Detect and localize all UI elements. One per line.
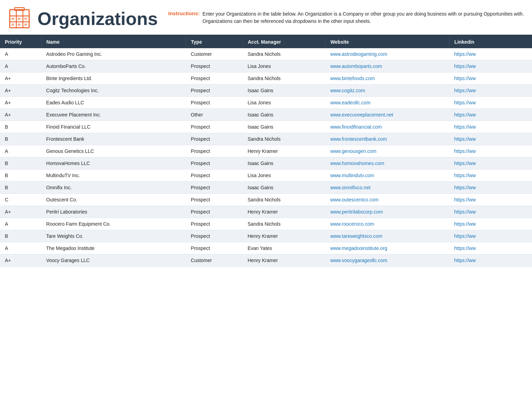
cell-linkedin[interactable]: https://ww: [449, 60, 532, 72]
cell-linkedin[interactable]: https://ww: [449, 121, 532, 133]
linkedin-link[interactable]: https://ww: [454, 258, 476, 263]
cell-linkedin[interactable]: https://ww: [449, 182, 532, 194]
cell-website[interactable]: www.frontescentbank.com: [326, 133, 449, 145]
cell-linkedin[interactable]: https://ww: [449, 218, 532, 230]
cell-type: Prospect: [186, 194, 243, 206]
cell-priority: A: [0, 242, 41, 254]
linkedin-link[interactable]: https://ww: [454, 233, 476, 239]
instructions-area: Instructions: Enter your Organizations i…: [168, 6, 525, 25]
cell-priority: A+: [0, 206, 41, 218]
website-link[interactable]: www.bintefoods.com: [330, 76, 375, 81]
cell-name: MultinduTV Inc.: [41, 170, 186, 182]
cell-linkedin[interactable]: https://ww: [449, 72, 532, 85]
linkedin-link[interactable]: https://ww: [454, 173, 476, 178]
cell-type: Prospect: [186, 97, 243, 109]
cell-linkedin[interactable]: https://ww: [449, 194, 532, 206]
website-link[interactable]: www.finoidfinancial.com: [330, 124, 382, 130]
cell-name: AutomboParts Co.: [41, 60, 186, 72]
cell-acct-manager: Isaac Gains: [243, 121, 326, 133]
linkedin-link[interactable]: https://ww: [454, 51, 476, 57]
linkedin-link[interactable]: https://ww: [454, 221, 476, 227]
website-link[interactable]: www.megadooinstitute.org: [330, 245, 387, 251]
cell-website[interactable]: www.finoidfinancial.com: [326, 121, 449, 133]
cell-name: Voocy Garages LLC: [41, 254, 186, 267]
cell-linkedin[interactable]: https://ww: [449, 242, 532, 254]
linkedin-link[interactable]: https://ww: [454, 148, 476, 154]
cell-linkedin[interactable]: https://ww: [449, 85, 532, 97]
cell-website[interactable]: www.eadeollc.com: [326, 97, 449, 109]
cell-acct-manager: Henry Kramer: [243, 254, 326, 267]
cell-website[interactable]: www.outescentco.com: [326, 194, 449, 206]
website-link[interactable]: www.automboparts.com: [330, 63, 382, 69]
cell-website[interactable]: www.peritrilabscorp.com: [326, 206, 449, 218]
website-link[interactable]: www.genousgen.com: [330, 148, 377, 154]
cell-linkedin[interactable]: https://ww: [449, 230, 532, 242]
table-row: AAstrodeo Pro Gaming Inc.CustomerSandra …: [0, 48, 532, 60]
linkedin-link[interactable]: https://ww: [454, 76, 476, 81]
linkedin-link[interactable]: https://ww: [454, 136, 476, 142]
cell-linkedin[interactable]: https://ww: [449, 109, 532, 121]
cell-linkedin[interactable]: https://ww: [449, 206, 532, 218]
cell-linkedin[interactable]: https://ww: [449, 145, 532, 157]
website-link[interactable]: www.execuveeplacement.net: [330, 112, 393, 118]
page-title: Organizations: [37, 10, 158, 28]
linkedin-link[interactable]: https://ww: [454, 124, 476, 130]
cell-acct-manager: Henry Kramer: [243, 145, 326, 157]
cell-type: Prospect: [186, 218, 243, 230]
website-link[interactable]: www.multindutv.com: [330, 173, 374, 178]
cell-priority: B: [0, 121, 41, 133]
cell-linkedin[interactable]: https://ww: [449, 97, 532, 109]
cell-linkedin[interactable]: https://ww: [449, 254, 532, 267]
cell-website[interactable]: www.astrodeogaming.com: [326, 48, 449, 60]
website-link[interactable]: www.tareweightsco.com: [330, 233, 382, 239]
website-link[interactable]: www.cogitz.com: [330, 88, 365, 93]
cell-website[interactable]: www.multindutv.com: [326, 170, 449, 182]
cell-priority: A+: [0, 72, 41, 85]
cell-linkedin[interactable]: https://ww: [449, 157, 532, 170]
cell-website[interactable]: www.execuveeplacement.net: [326, 109, 449, 121]
website-link[interactable]: www.rooceroco.com: [330, 221, 374, 227]
linkedin-link[interactable]: https://ww: [454, 88, 476, 93]
cell-linkedin[interactable]: https://ww: [449, 133, 532, 145]
cell-website[interactable]: www.automboparts.com: [326, 60, 449, 72]
cell-type: Other: [186, 109, 243, 121]
website-link[interactable]: www.voocygaragesllc.com: [330, 258, 387, 263]
linkedin-link[interactable]: https://ww: [454, 63, 476, 69]
linkedin-link[interactable]: https://ww: [454, 245, 476, 251]
cell-website[interactable]: www.homovahomes.com: [326, 157, 449, 170]
cell-acct-manager: Isaac Gains: [243, 182, 326, 194]
linkedin-link[interactable]: https://ww: [454, 185, 476, 190]
cell-website[interactable]: www.tareweightsco.com: [326, 230, 449, 242]
col-header-priority: Priority: [0, 36, 41, 48]
cell-type: Customer: [186, 254, 243, 267]
svg-rect-9: [11, 24, 14, 26]
linkedin-link[interactable]: https://ww: [454, 112, 476, 118]
cell-website[interactable]: www.voocygaragesllc.com: [326, 254, 449, 267]
cell-website[interactable]: www.rooceroco.com: [326, 218, 449, 230]
cell-acct-manager: Isaac Gains: [243, 85, 326, 97]
cell-website[interactable]: www.megadooinstitute.org: [326, 242, 449, 254]
website-link[interactable]: www.peritrilabscorp.com: [330, 209, 383, 215]
cell-linkedin[interactable]: https://ww: [449, 170, 532, 182]
linkedin-link[interactable]: https://ww: [454, 197, 476, 202]
website-link[interactable]: www.outescentco.com: [330, 197, 379, 202]
cell-linkedin[interactable]: https://ww: [449, 48, 532, 60]
cell-website[interactable]: www.genousgen.com: [326, 145, 449, 157]
website-link[interactable]: www.eadeollc.com: [330, 100, 371, 105]
linkedin-link[interactable]: https://ww: [454, 209, 476, 215]
cell-website[interactable]: www.omnifixco.net: [326, 182, 449, 194]
website-link[interactable]: www.frontescentbank.com: [330, 136, 387, 142]
table-row: AAutomboParts Co.ProspectLisa Joneswww.a…: [0, 60, 532, 72]
cell-website[interactable]: www.bintefoods.com: [326, 72, 449, 85]
cell-acct-manager: Evan Yates: [243, 242, 326, 254]
linkedin-link[interactable]: https://ww: [454, 100, 476, 105]
linkedin-link[interactable]: https://ww: [454, 161, 476, 166]
cell-website[interactable]: www.cogitz.com: [326, 85, 449, 97]
table-row: BMultinduTV Inc.ProspectLisa Joneswww.mu…: [0, 170, 532, 182]
cell-name: Omnifix Inc.: [41, 182, 186, 194]
cell-acct-manager: Sandra Nichols: [243, 194, 326, 206]
instructions-label: Instructions:: [168, 10, 200, 16]
website-link[interactable]: www.astrodeogaming.com: [330, 51, 387, 57]
website-link[interactable]: www.omnifixco.net: [330, 185, 371, 190]
website-link[interactable]: www.homovahomes.com: [330, 161, 385, 166]
